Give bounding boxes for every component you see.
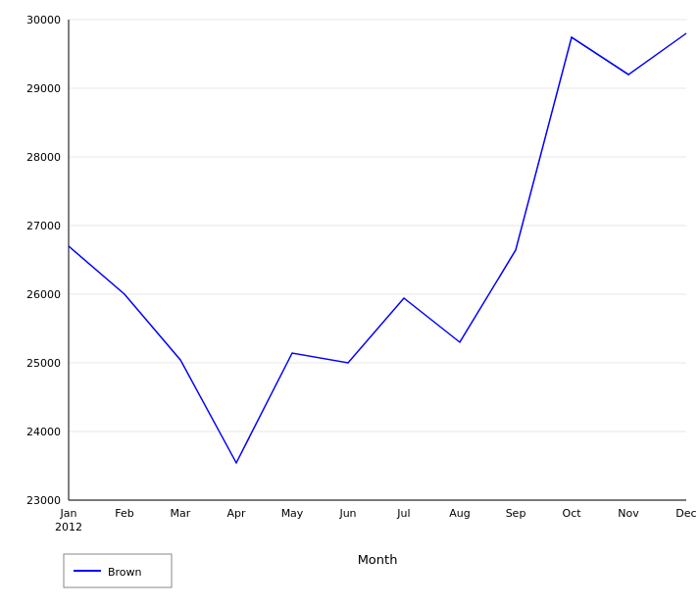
x-tick-nov: Nov bbox=[618, 507, 639, 520]
brown-line bbox=[69, 33, 686, 463]
x-tick-jul: Jul bbox=[396, 507, 410, 520]
y-tick-24000: 24000 bbox=[26, 426, 61, 438]
chart-container: 23000 24000 25000 26000 27000 28000 2900… bbox=[0, 0, 700, 609]
y-tick-27000: 27000 bbox=[26, 220, 61, 232]
x-tick-jun: Jun bbox=[338, 507, 356, 520]
y-tick-25000: 25000 bbox=[26, 357, 61, 370]
x-tick-feb: Feb bbox=[115, 507, 133, 520]
x-axis-label: Month bbox=[358, 552, 398, 567]
x-tick-aug: Aug bbox=[449, 507, 470, 520]
x-tick-jan: Jan bbox=[60, 507, 77, 520]
x-tick-mar: Mar bbox=[171, 507, 191, 520]
x-tick-apr: Apr bbox=[226, 507, 246, 520]
y-tick-26000: 26000 bbox=[26, 288, 61, 301]
y-tick-28000: 28000 bbox=[26, 151, 61, 164]
x-tick-sep: Sep bbox=[506, 507, 526, 520]
x-tick-may: May bbox=[281, 507, 304, 520]
y-tick-29000: 29000 bbox=[26, 82, 61, 95]
x-tick-dec: Dec bbox=[675, 507, 696, 520]
chart-svg: 23000 24000 25000 26000 27000 28000 2900… bbox=[0, 0, 700, 609]
y-tick-30000: 30000 bbox=[26, 14, 61, 26]
x-tick-oct: Oct bbox=[562, 507, 581, 520]
x-tick-2012: 2012 bbox=[55, 521, 82, 533]
legend-label: Brown bbox=[108, 566, 142, 579]
y-tick-23000: 23000 bbox=[26, 494, 61, 507]
